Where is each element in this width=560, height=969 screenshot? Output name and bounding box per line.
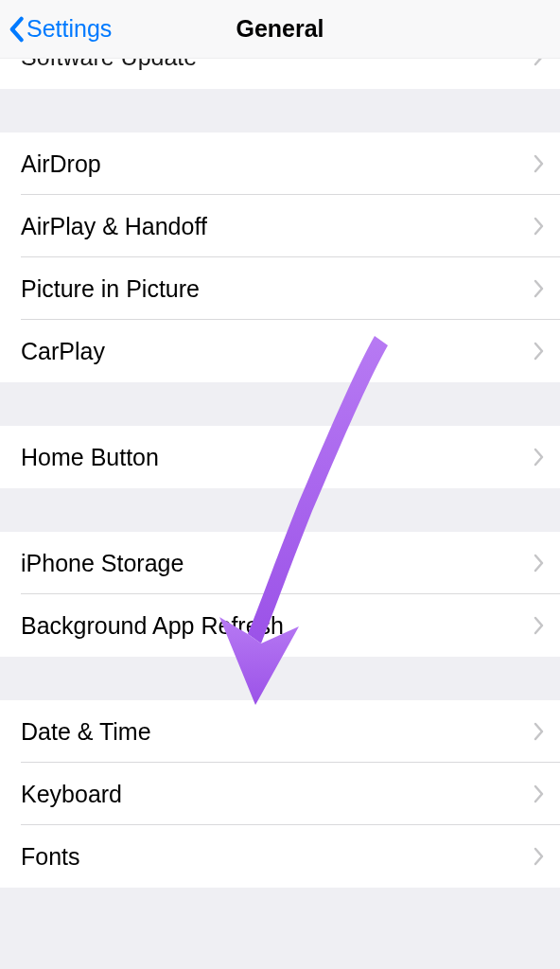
settings-group: Date & Time Keyboard Fonts (0, 700, 560, 888)
settings-group: Software Update (0, 59, 560, 89)
settings-row-keyboard[interactable]: Keyboard (0, 763, 560, 825)
row-label: AirDrop (21, 150, 534, 178)
settings-row-iphone-storage[interactable]: iPhone Storage (0, 532, 560, 594)
row-label: Software Update (21, 59, 534, 71)
row-label: Keyboard (21, 781, 534, 808)
chevron-right-icon (534, 847, 545, 866)
settings-group: Home Button (0, 426, 560, 488)
settings-row-picture-in-picture[interactable]: Picture in Picture (0, 257, 560, 320)
chevron-left-icon (8, 16, 25, 43)
settings-group: AirDrop AirPlay & Handoff Picture in Pic… (0, 132, 560, 382)
settings-row-fonts[interactable]: Fonts (0, 825, 560, 888)
row-label: Home Button (21, 444, 534, 471)
settings-row-background-app-refresh[interactable]: Background App Refresh (0, 594, 560, 657)
back-label: Settings (26, 15, 112, 43)
settings-row-date-time[interactable]: Date & Time (0, 700, 560, 763)
chevron-right-icon (534, 722, 545, 741)
row-label: AirPlay & Handoff (21, 213, 534, 240)
row-label: CarPlay (21, 338, 534, 365)
row-label: Picture in Picture (21, 275, 534, 303)
chevron-right-icon (534, 154, 545, 173)
settings-group: iPhone Storage Background App Refresh (0, 532, 560, 657)
chevron-right-icon (534, 342, 545, 361)
row-label: Date & Time (21, 718, 534, 746)
row-label: Background App Refresh (21, 612, 534, 640)
chevron-right-icon (534, 554, 545, 573)
navigation-header: Settings General (0, 0, 560, 59)
settings-row-airplay-handoff[interactable]: AirPlay & Handoff (0, 195, 560, 257)
settings-row-home-button[interactable]: Home Button (0, 426, 560, 488)
chevron-right-icon (534, 784, 545, 803)
back-button[interactable]: Settings (0, 15, 112, 43)
chevron-right-icon (534, 616, 545, 635)
settings-row-software-update[interactable]: Software Update (0, 59, 560, 89)
row-label: Fonts (21, 843, 534, 871)
settings-row-carplay[interactable]: CarPlay (0, 320, 560, 382)
chevron-right-icon (534, 59, 545, 66)
chevron-right-icon (534, 448, 545, 467)
page-title: General (236, 15, 324, 43)
settings-row-airdrop[interactable]: AirDrop (0, 132, 560, 195)
row-label: iPhone Storage (21, 550, 534, 577)
chevron-right-icon (534, 217, 545, 236)
chevron-right-icon (534, 279, 545, 298)
